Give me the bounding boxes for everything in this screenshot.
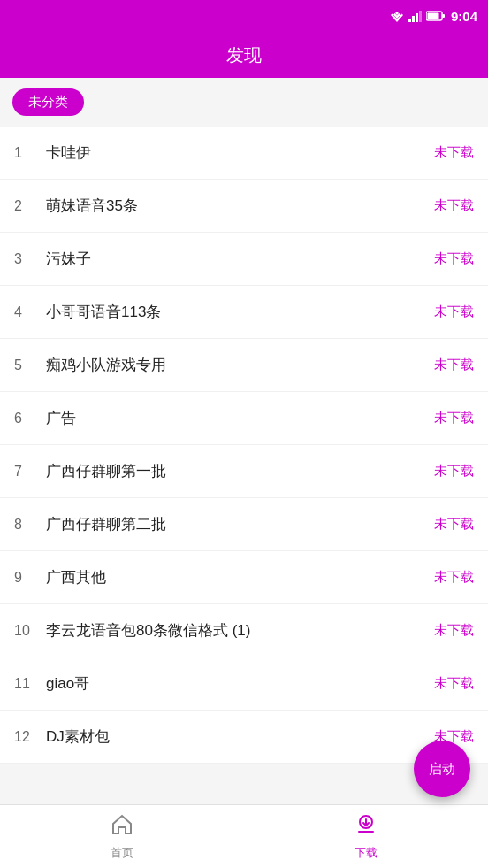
list-item[interactable]: 8广西仔群聊第二批未下载 bbox=[0, 498, 488, 551]
list-item[interactable]: 3污妹子未下载 bbox=[0, 233, 488, 286]
main-content: 未分类 1卡哇伊未下载2萌妹语音35条未下载3污妹子未下载4小哥哥语音113条未… bbox=[0, 78, 488, 804]
list-item-status: 未下载 bbox=[434, 250, 474, 267]
list-item-status: 未下载 bbox=[434, 357, 474, 373]
list-item[interactable]: 4小哥哥语音113条未下载 bbox=[0, 286, 488, 339]
list-item-name: 小哥哥语音113条 bbox=[46, 302, 434, 322]
list-item-number: 5 bbox=[14, 357, 46, 373]
list-item-number: 1 bbox=[14, 145, 46, 161]
list-item-status: 未下载 bbox=[434, 303, 474, 320]
list-item-number: 6 bbox=[14, 411, 46, 426]
download-svg bbox=[355, 813, 377, 836]
list-item-name: DJ素材包 bbox=[46, 726, 434, 747]
bottom-nav: 首页 下载 bbox=[0, 804, 488, 868]
list-item-number: 11 bbox=[14, 676, 46, 692]
list-item-number: 8 bbox=[14, 517, 46, 533]
svg-rect-8 bbox=[442, 14, 445, 18]
signal-icon bbox=[408, 10, 423, 22]
list-item[interactable]: 7广西仔群聊第一批未下载 bbox=[0, 445, 488, 498]
list-item[interactable]: 12DJ素材包未下载 bbox=[0, 711, 488, 764]
nav-label-home: 首页 bbox=[111, 845, 133, 861]
list-item[interactable]: 6广告未下载 bbox=[0, 392, 488, 445]
battery-icon bbox=[426, 11, 446, 21]
list-item-number: 3 bbox=[14, 251, 46, 267]
status-bar-time: 9:04 bbox=[451, 9, 477, 24]
status-icons bbox=[389, 10, 446, 22]
list-item-name: 污妹子 bbox=[46, 249, 434, 269]
list-item-number: 9 bbox=[14, 570, 46, 586]
list-item-name: 萌妹语音35条 bbox=[46, 196, 434, 216]
app-header: 发现 bbox=[0, 32, 488, 78]
list-item-number: 2 bbox=[14, 198, 46, 214]
list-item-status: 未下载 bbox=[434, 463, 474, 480]
filter-bar: 未分类 bbox=[0, 78, 488, 127]
fab-button[interactable]: 启动 bbox=[414, 741, 470, 797]
list-item-name: 广西仔群聊第一批 bbox=[46, 461, 434, 481]
svg-rect-5 bbox=[416, 13, 418, 22]
list-item[interactable]: 2萌妹语音35条未下载 bbox=[0, 180, 488, 233]
list-item-status: 未下载 bbox=[434, 197, 474, 214]
list-item-status: 未下载 bbox=[434, 569, 474, 586]
list-item-name: 广西其他 bbox=[46, 567, 434, 588]
list: 1卡哇伊未下载2萌妹语音35条未下载3污妹子未下载4小哥哥语音113条未下载5痴… bbox=[0, 127, 488, 764]
list-item[interactable]: 1卡哇伊未下载 bbox=[0, 127, 488, 180]
home-svg bbox=[111, 813, 133, 836]
list-item-name: 广西仔群聊第二批 bbox=[46, 514, 434, 534]
home-icon bbox=[111, 813, 133, 841]
svg-rect-3 bbox=[408, 19, 411, 22]
svg-rect-4 bbox=[412, 16, 415, 22]
nav-item-download[interactable]: 下载 bbox=[244, 813, 488, 861]
list-item-status: 未下载 bbox=[434, 675, 474, 692]
list-item-status: 未下载 bbox=[434, 410, 474, 426]
status-bar: 9:04 bbox=[0, 0, 488, 32]
list-item-name: 李云龙语音包80条微信格式 (1) bbox=[46, 620, 434, 641]
filter-tag-uncategorized[interactable]: 未分类 bbox=[12, 88, 84, 116]
svg-rect-6 bbox=[419, 11, 422, 22]
list-item-number: 4 bbox=[14, 304, 46, 320]
list-item[interactable]: 9广西其他未下载 bbox=[0, 551, 488, 604]
wifi-icon bbox=[389, 10, 405, 22]
list-item-number: 10 bbox=[14, 623, 46, 639]
list-item-status: 未下载 bbox=[434, 516, 474, 533]
svg-rect-9 bbox=[427, 13, 438, 19]
list-item-name: 广告 bbox=[46, 408, 434, 428]
list-item[interactable]: 11giao哥未下载 bbox=[0, 657, 488, 711]
list-item-number: 7 bbox=[14, 464, 46, 480]
list-item[interactable]: 10李云龙语音包80条微信格式 (1)未下载 bbox=[0, 604, 488, 657]
list-item-name: 卡哇伊 bbox=[46, 142, 434, 163]
nav-item-home[interactable]: 首页 bbox=[0, 813, 244, 861]
page-title: 发现 bbox=[226, 43, 262, 67]
list-item[interactable]: 5痴鸡小队游戏专用未下载 bbox=[0, 339, 488, 392]
list-item-status: 未下载 bbox=[434, 622, 474, 639]
download-icon bbox=[355, 813, 377, 841]
nav-label-download: 下载 bbox=[355, 845, 377, 861]
list-item-status: 未下载 bbox=[434, 144, 474, 161]
list-item-name: giao哥 bbox=[46, 673, 434, 694]
list-item-number: 12 bbox=[14, 729, 46, 745]
list-item-name: 痴鸡小队游戏专用 bbox=[46, 355, 434, 375]
